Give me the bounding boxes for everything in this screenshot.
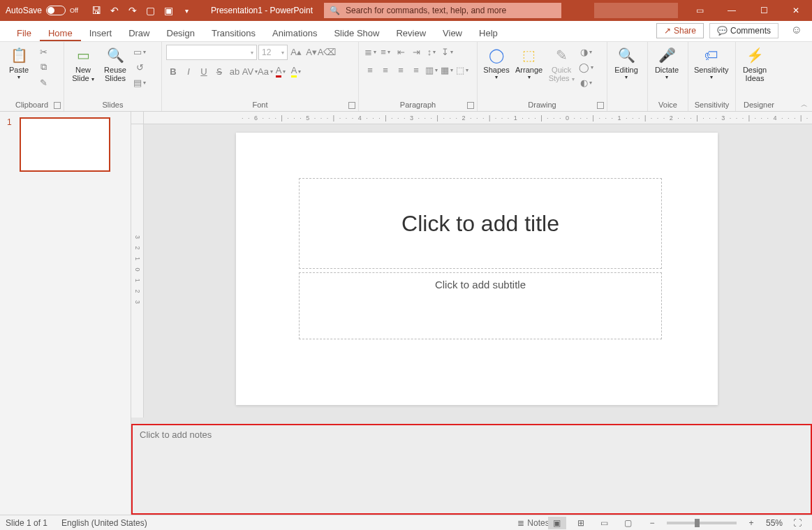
minimize-button[interactable]: — [716,0,748,21]
tab-help[interactable]: Help [471,24,506,41]
shape-outline-icon[interactable]: ◯ [579,60,593,74]
tab-home[interactable]: Home [40,24,81,41]
share-button[interactable]: ↗Share [656,23,704,38]
shape-fill-icon[interactable]: ◑ [579,45,593,59]
slide-canvas[interactable]: Click to add title Click to add subtitle [236,133,718,405]
tab-file[interactable]: File [8,24,40,41]
section-icon[interactable]: ▤ [133,75,147,89]
paste-button[interactable]: 📋 Paste ▾ [4,45,34,82]
notes-toggle[interactable]: ≣Notes [524,517,542,529]
shape-effects-icon[interactable]: ◐ [579,75,593,89]
notes-pane[interactable]: Click to add notes [131,424,812,515]
undo-icon[interactable]: ↶ [106,2,123,19]
editing-button[interactable]: 🔍 Editing▾ [612,45,641,82]
zoom-percent[interactable]: 55% [766,518,783,528]
clear-formatting-icon[interactable]: A⌫ [320,45,334,59]
reading-view-icon[interactable]: ▭ [596,517,614,529]
dialog-launcher-drawing[interactable] [597,102,604,109]
increase-indent-icon[interactable]: ⇥ [409,45,423,59]
bold-icon[interactable]: B [166,64,180,78]
smartart-icon[interactable]: ⬚ [455,63,469,77]
autosave-toggle[interactable] [46,6,66,15]
present-icon[interactable]: ▣ [161,2,177,19]
tab-transitions[interactable]: Transitions [203,24,264,41]
font-name-combo[interactable]: ▾ [166,45,257,60]
layout-icon[interactable]: ▭ [133,45,147,59]
shapes-button[interactable]: ◯ Shapes▾ [482,45,511,82]
shadow-icon[interactable]: ab [228,64,242,78]
horizontal-ruler[interactable]: · · 6 · · · | · · · 5 · · · | · · · 4 · … [144,112,812,124]
dialog-launcher-font[interactable] [348,102,355,109]
zoom-in-icon[interactable]: + [742,517,760,529]
tab-review[interactable]: Review [387,24,434,41]
feedback-icon[interactable]: ☺ [787,20,806,40]
design-ideas-button[interactable]: ⚡ Design Ideas [740,45,769,84]
font-size-combo[interactable]: 12▾ [258,45,288,60]
numbering-icon[interactable]: ≡ [378,45,392,59]
font-color-icon[interactable]: A [274,64,288,78]
dictate-button[interactable]: 🎤 Dictate▾ [652,45,681,82]
zoom-slider[interactable] [667,522,737,524]
save-icon[interactable]: 🖫 [88,2,105,19]
arrange-button[interactable]: ⬚ Arrange▾ [514,45,544,82]
new-slide-button[interactable]: ▭ New Slide ▾ [68,45,98,84]
reuse-slides-button[interactable]: 🔍 Reuse Slides [101,45,130,84]
vertical-ruler[interactable]: 3 2 1 0 1 2 3 [131,124,144,418]
ribbon-display-options-icon[interactable]: ▭ [684,0,716,21]
decrease-font-icon[interactable]: A▾ [304,45,318,59]
normal-view-icon[interactable]: ▣ [548,517,566,529]
align-left-icon[interactable]: ≡ [363,63,377,77]
format-painter-icon[interactable]: ✎ [36,75,50,89]
zoom-out-icon[interactable]: − [643,517,661,529]
qat-more-icon[interactable]: ▾ [179,2,195,19]
autosave-control[interactable]: AutoSave Off [0,6,84,15]
quick-styles-button[interactable]: ✎ Quick Styles ▾ [547,45,576,84]
justify-icon[interactable]: ≡ [409,63,423,77]
underline-icon[interactable]: U [197,64,211,78]
thumbnail-preview[interactable] [20,117,110,172]
present-from-start-icon[interactable]: ▢ [142,2,159,19]
slide-thumbnail-panel[interactable]: 1 [0,112,131,515]
subtitle-placeholder[interactable]: Click to add subtitle [299,272,662,339]
tab-insert[interactable]: Insert [81,24,121,41]
copy-icon[interactable]: ⧉ [36,60,50,74]
slideshow-view-icon[interactable]: ▢ [619,517,637,529]
bullets-icon[interactable]: ≣ [363,45,377,59]
align-right-icon[interactable]: ≡ [394,63,408,77]
collapse-ribbon-icon[interactable]: ︿ [801,100,808,110]
text-direction-icon[interactable]: ↧ [440,45,454,59]
highlight-icon[interactable]: A [289,64,303,78]
decrease-indent-icon[interactable]: ⇤ [394,45,408,59]
line-spacing-icon[interactable]: ↕ [425,45,438,59]
char-spacing-icon[interactable]: AV [243,64,257,78]
tab-view[interactable]: View [434,24,471,41]
account-button[interactable] [594,3,678,18]
slide-sorter-view-icon[interactable]: ⊞ [572,517,590,529]
tab-draw[interactable]: Draw [120,24,158,41]
cut-icon[interactable]: ✂ [36,45,50,59]
close-button[interactable]: ✕ [780,0,812,21]
tab-design[interactable]: Design [158,24,203,41]
strikethrough-icon[interactable]: S̶ [212,64,226,78]
dialog-launcher-paragraph[interactable] [467,102,474,109]
title-placeholder[interactable]: Click to add title [299,178,662,269]
slide-thumbnail-1[interactable]: 1 [7,117,124,172]
change-case-icon[interactable]: Aa [258,64,272,78]
sensitivity-button[interactable]: 🏷 Sensitivity▾ [693,45,730,82]
align-text-icon[interactable]: ▦ [440,63,454,77]
tab-slide-show[interactable]: Slide Show [325,24,387,41]
italic-icon[interactable]: I [182,64,195,78]
comments-button[interactable]: 💬Comments [709,23,778,38]
redo-icon[interactable]: ↷ [124,2,141,19]
slide-counter[interactable]: Slide 1 of 1 [6,518,47,528]
dialog-launcher-clipboard[interactable] [54,102,61,109]
increase-font-icon[interactable]: A▴ [289,45,303,59]
maximize-button[interactable]: ☐ [748,0,780,21]
columns-icon[interactable]: ▥ [425,63,438,77]
fit-to-window-icon[interactable]: ⛶ [788,517,806,529]
language-status[interactable]: English (United States) [61,518,147,528]
reset-icon[interactable]: ↺ [133,60,147,74]
tab-animations[interactable]: Animations [264,24,325,41]
align-center-icon[interactable]: ≡ [378,63,392,77]
tell-me-search[interactable]: 🔍 Search for commands, text, help, and m… [324,3,561,18]
